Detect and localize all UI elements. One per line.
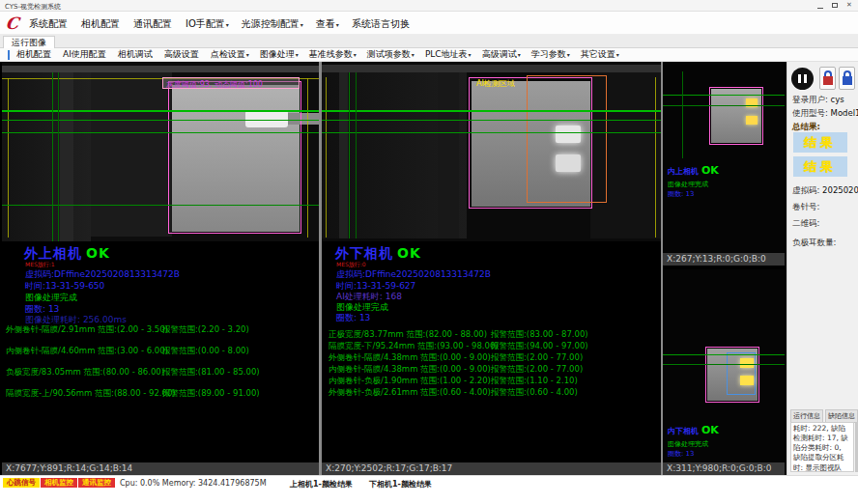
lock-button-2[interactable] <box>839 67 855 90</box>
measurement-row: 内侧卷针-负极/1.90mm 范围:(1.00 - 2.20) 报警范围:(1.… <box>329 376 657 387</box>
camera-view-inner-bottom[interactable]: 内下相机OK 图像处理完成 圈数: 13 X:311;Y:980;R:0;G:0… <box>663 269 785 475</box>
menu-item[interactable]: 光源控制配置▾ <box>242 17 303 31</box>
comm-monitor-badge: 通讯监控 <box>78 478 115 488</box>
measurement-row: 外侧卷针-负极/2.61mm 范围:(0.60 - 4.00) 报警范围:(0.… <box>329 387 657 399</box>
measurement-value: 外侧卷针-隔膜/2.91mm 范围:(2.00 - 3.50) <box>6 324 168 336</box>
toolbar-item[interactable]: AI使用配置 <box>63 48 107 61</box>
heartbeat-badge: 心跳信号 <box>3 478 40 488</box>
menu-item[interactable]: 系统语言切换 <box>352 17 411 31</box>
guide-line-yellow-right <box>655 77 656 238</box>
menu-item[interactable]: 相机配置 <box>81 17 121 31</box>
menu-item[interactable]: IO手配置▾ <box>186 17 229 31</box>
sidebar: 登录用户: cys 使用型号: Model1 总结果: 结果 结果 虚拟码: 2… <box>786 62 858 475</box>
menu-item[interactable]: 通讯配置 <box>133 17 173 31</box>
toolbar-item[interactable]: 测试项参数▾ <box>367 48 415 61</box>
measurement-value: 正极宽度/83.77mm 范围:(82.00 - 88.00) <box>329 329 487 341</box>
toolbar-item[interactable]: 图像处理▾ <box>260 48 299 61</box>
camera-name-label: 内上相机 <box>668 167 699 176</box>
measure-line-green-1 <box>663 95 785 96</box>
pixel-status-bar: X:311;Y:980;R:0;G:0;B:0 <box>663 462 785 475</box>
login-user-label: 登录用户: <box>792 95 828 104</box>
toolbar-item[interactable]: 相机调试 <box>118 48 154 61</box>
lock-button-1[interactable] <box>819 67 836 90</box>
measure-line-vert-1 <box>52 72 53 241</box>
camera-view-inner-top[interactable]: 内上相机OK 图像处理完成 圈数: 13 X:267;Y:13;R:0;G:0;… <box>663 62 785 266</box>
toolbar-item[interactable]: 基准线参数▾ <box>309 48 357 61</box>
toolbar-item-label: PLC地址表 <box>425 49 468 59</box>
chevron-down-icon: ▾ <box>518 51 521 58</box>
chevron-down-icon: ▾ <box>226 21 229 28</box>
toolbar-item-label: 其它设置 <box>581 49 615 59</box>
chevron-down-icon: ▾ <box>469 51 472 58</box>
turns-label: 圈数: 13 <box>336 312 370 324</box>
camera-image-inner-top[interactable]: 内上相机OK 图像处理完成 圈数: 13 <box>663 62 785 253</box>
menu-item-label: 通讯配置 <box>133 18 172 29</box>
menu-item[interactable]: 查看▾ <box>316 17 339 31</box>
measure-line-green-1 <box>322 110 661 112</box>
alarm-range-value: 报警范围:(81.00 - 85.00) <box>162 367 260 378</box>
menu-item[interactable]: 系统配置 <box>29 17 69 31</box>
toolbar-item-label: 图像处理 <box>260 49 295 59</box>
pause-button[interactable] <box>791 68 814 90</box>
alarm-range-value: 报警范围:(2.00 - 77.00) <box>491 364 583 376</box>
virtual-code-value: 20250208 <box>822 185 858 195</box>
alarm-range-value: 报警范围:(83.00 - 87.00) <box>491 329 588 341</box>
guide-line-yellow-left <box>8 78 9 238</box>
close-icon: ✕ <box>846 2 852 8</box>
measurement-row: 隔膜宽度-下/95.24mm 范围:(93.00 - 98.00) 报警范围:(… <box>329 341 657 352</box>
camera-view-outer-top[interactable]: 灰度阈值:93, 动态阈值:100 外上相机OK MES放行:1 虚拟码:DFf… <box>2 62 319 475</box>
tab-run-image[interactable]: 运行图像 <box>3 36 55 48</box>
toolbar-item-label: 学习参数 <box>531 49 566 59</box>
chevron-down-icon: ▾ <box>296 51 299 58</box>
close-button[interactable]: ✕ <box>843 1 856 11</box>
camera-name-label: 外下相机 <box>335 245 393 261</box>
guide-line-yellow-left <box>326 77 327 238</box>
measure-line-vert-1 <box>349 72 350 238</box>
toolbar-item[interactable]: 学习参数▾ <box>531 48 570 61</box>
camera-image-outer-bottom[interactable]: AI检测区域 <box>322 62 661 245</box>
measurement-row: 正极宽度/83.77mm 范围:(82.00 - 88.00) 报警范围:(83… <box>329 329 657 341</box>
measure-line-green-2 <box>322 120 661 121</box>
toolbar: 相机配置 AI使用配置 相机调试 高级设置 点检设置▾ 图像处理▾ 基准线参数▾… <box>0 48 858 62</box>
toolbar-item[interactable]: 其它设置▾ <box>581 48 619 61</box>
menu-item-label: 系统语言切换 <box>352 18 410 29</box>
minimize-button[interactable] <box>814 1 827 11</box>
menu-item-label: IO手配置 <box>186 18 225 29</box>
toolbar-item[interactable]: 高级设置 <box>164 48 200 61</box>
pin-number-label: 卷针号: <box>792 202 819 213</box>
camera-image-outer-top[interactable]: 灰度阈值:93, 动态阈值:100 <box>2 62 319 245</box>
info-tab[interactable]: 运行信息 <box>790 409 823 423</box>
measure-line-green-2 <box>2 120 319 121</box>
toolbar-item-label: 高级调试 <box>482 49 517 59</box>
chevron-down-icon: ▾ <box>246 51 249 58</box>
chevron-down-icon: ▾ <box>412 51 415 58</box>
menu-item-label: 相机配置 <box>81 18 120 29</box>
model-value: Model1 <box>831 108 858 118</box>
alarm-range-value: 报警范围:(0.00 - 8.00) <box>162 346 249 357</box>
measurement-value: 内侧卷针-隔膜/4.60mm 范围:(3.00 - 6.00) <box>6 346 168 357</box>
toolbar-item[interactable]: 高级调试▾ <box>482 48 521 61</box>
lower-camera-result-link[interactable]: 下相机1-颜检结果 <box>369 479 432 490</box>
alarm-range-value: 报警范围:(2.00 - 77.00) <box>491 352 583 364</box>
tab-count-label: 负极耳数量: <box>792 238 836 249</box>
camera-image-inner-bottom[interactable]: 内下相机OK 图像处理完成 圈数: 13 <box>663 269 785 462</box>
process-done-label: 图像处理完成 <box>668 439 708 449</box>
chevron-down-icon: ▾ <box>354 51 357 58</box>
virtual-code-row: 虚拟码: 20250208 <box>792 185 858 197</box>
info-tab[interactable]: 缺陷信息 <box>825 409 858 423</box>
measurement-value: 隔膜宽度-下/95.24mm 范围:(93.00 - 98.00) <box>329 341 499 352</box>
machine-body-left <box>2 72 91 241</box>
toolbar-item[interactable]: PLC地址表▾ <box>425 48 472 61</box>
chevron-down-icon: ▾ <box>336 21 339 28</box>
toolbar-item[interactable]: 相机配置 <box>16 48 52 61</box>
qr-code-label: 二维码: <box>792 218 819 230</box>
toolbar-item[interactable]: 点检设置▾ <box>211 48 249 61</box>
upper-camera-result-link[interactable]: 上相机1-颜检结果 <box>290 479 353 490</box>
result-badge-1: 结果 <box>793 132 847 153</box>
titlebar: CYS-视觉检测系统 ✕ <box>0 0 858 12</box>
process-done-label: 图像处理完成 <box>668 180 708 189</box>
camera-view-outer-bottom[interactable]: AI检测区域 外下相机OK MES放行:0 虚拟码:DFffine2025020… <box>322 62 661 475</box>
maximize-button[interactable] <box>828 1 842 11</box>
menubar: C 系统配置 相机配置 通讯配置 IO手配置▾ 光源控制配置▾ 查看▾ 系统语言… <box>0 12 858 35</box>
model-row[interactable]: 使用型号: Model1 <box>792 108 858 120</box>
